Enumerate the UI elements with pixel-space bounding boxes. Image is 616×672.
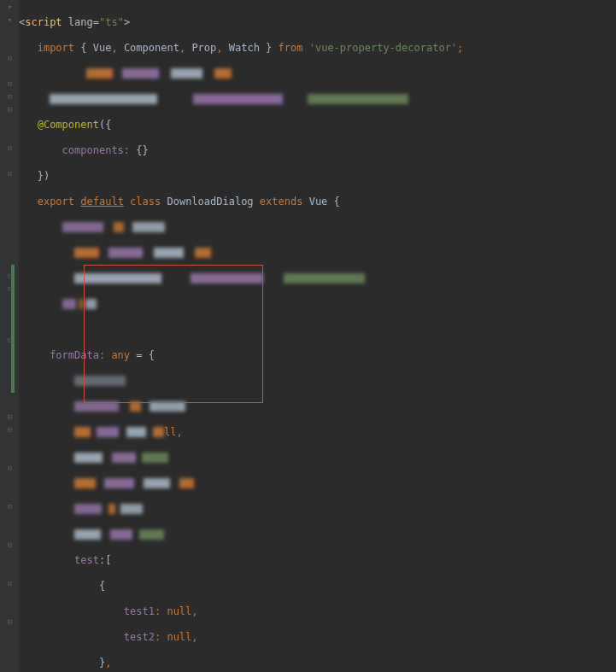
fold-icon[interactable]: ▾ <box>6 3 14 11</box>
obscured-code <box>62 299 97 309</box>
obscured-code <box>74 504 143 514</box>
fold-icon[interactable]: ⊟ <box>6 285 14 293</box>
fold-icon[interactable]: ▾ <box>6 16 14 24</box>
fold-icon[interactable]: ⊟ <box>6 618 14 626</box>
obscured-code <box>50 94 408 104</box>
obscured-code <box>62 222 165 232</box>
fold-icon[interactable]: ⊟ <box>6 336 14 344</box>
obscured-code <box>86 68 232 79</box>
obscured-code <box>74 401 185 412</box>
fold-icon[interactable]: ⊟ <box>6 541 14 549</box>
obscured-code <box>74 273 365 283</box>
fold-icon[interactable]: ⊟ <box>6 580 14 587</box>
fold-icon[interactable]: ⊟ <box>6 413 14 421</box>
fold-icon[interactable]: ⊟ <box>6 144 14 152</box>
components-key: components <box>62 144 124 156</box>
fold-icon[interactable]: ⊟ <box>6 55 14 62</box>
fold-icon[interactable]: ⊟ <box>6 503 14 511</box>
fold-icon[interactable]: ⊟ <box>6 106 14 114</box>
script-tag: script <box>25 16 62 28</box>
obscured-code <box>74 478 194 488</box>
obscured-code <box>74 453 168 463</box>
test-key: test <box>74 554 99 566</box>
fold-icon[interactable]: ⊟ <box>6 272 14 280</box>
obscured-code <box>74 427 164 437</box>
obscured-code <box>74 376 126 386</box>
fold-icon[interactable]: ⊟ <box>6 93 14 101</box>
code-editor[interactable]: <script lang="ts"> import { Vue, Compone… <box>19 3 500 672</box>
decorator: @Component <box>38 119 99 131</box>
fold-icon[interactable]: ⊟ <box>6 426 14 434</box>
formdata-prop: formData <box>50 349 99 361</box>
obscured-code <box>74 529 164 540</box>
fold-icon[interactable]: ⊟ <box>6 80 14 88</box>
class-name: DownloadDialog <box>167 196 253 207</box>
fold-icon[interactable]: ⊟ <box>6 465 14 472</box>
fold-icon[interactable]: ⊟ <box>6 170 14 178</box>
obscured-code <box>74 248 211 258</box>
